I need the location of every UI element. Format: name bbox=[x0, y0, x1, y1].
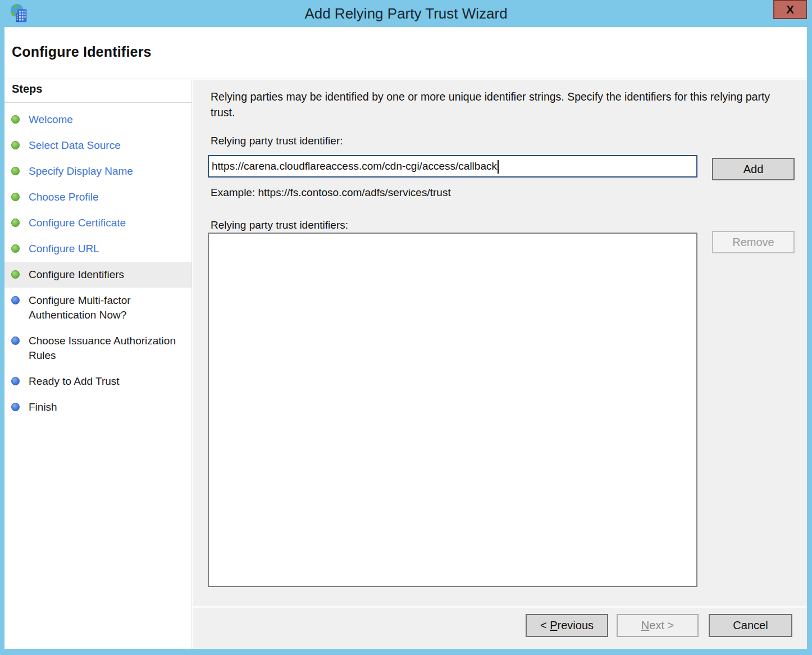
sidebar-item-welcome[interactable]: Welcome bbox=[4, 107, 191, 133]
page-title: Configure Identifiers bbox=[12, 44, 152, 60]
sidebar-item-select-data-source[interactable]: Select Data Source bbox=[4, 133, 191, 158]
add-button[interactable]: Add bbox=[712, 158, 795, 180]
text-caret bbox=[498, 160, 499, 174]
cancel-button[interactable]: Cancel bbox=[709, 614, 792, 637]
previous-button[interactable]: < Previous bbox=[526, 614, 608, 637]
step-todo-icon bbox=[11, 336, 20, 345]
step-todo-icon bbox=[11, 403, 20, 411]
sidebar-item-configure-identifiers[interactable]: Configure Identifiers bbox=[4, 262, 191, 288]
step-done-icon bbox=[11, 219, 20, 227]
step-done-icon bbox=[11, 115, 20, 124]
step-done-icon bbox=[11, 244, 20, 253]
step-current-icon bbox=[11, 270, 20, 279]
window-title: Add Relying Party Trust Wizard bbox=[0, 0, 812, 27]
steps-title: Steps bbox=[12, 83, 42, 95]
steps-divider bbox=[4, 102, 191, 103]
sidebar-item-ready-to-add-trust: Ready to Add Trust bbox=[4, 369, 191, 394]
main-panel: Relying parties may be identified by one… bbox=[193, 80, 807, 606]
wizard-content: Configure Identifiers Steps Welcome Sele… bbox=[4, 27, 807, 649]
step-todo-icon bbox=[11, 296, 20, 304]
sidebar-item-specify-display-name[interactable]: Specify Display Name bbox=[4, 158, 191, 184]
sidebar-item-finish: Finish bbox=[4, 394, 191, 420]
close-button[interactable]: X bbox=[773, 0, 807, 19]
step-done-icon bbox=[11, 167, 20, 175]
step-done-icon bbox=[11, 141, 20, 149]
sidebar-item-configure-url[interactable]: Configure URL bbox=[4, 236, 191, 262]
example-text: Example: https://fs.contoso.com/adfs/ser… bbox=[211, 187, 451, 199]
page-header: Configure Identifiers bbox=[4, 27, 807, 79]
step-done-icon bbox=[11, 193, 20, 201]
intro-text: Relying parties may be identified by one… bbox=[211, 89, 789, 120]
sidebar-item-configure-certificate[interactable]: Configure Certificate bbox=[4, 210, 191, 236]
next-button: Next > bbox=[617, 614, 699, 637]
footer-button-bar: < Previous Next > Cancel bbox=[193, 606, 807, 649]
sidebar-item-choose-profile[interactable]: Choose Profile bbox=[4, 184, 191, 210]
steps-sidebar: Steps Welcome Select Data Source Specify… bbox=[4, 80, 192, 649]
wizard-window: Add Relying Party Trust Wizard X Configu… bbox=[0, 0, 812, 655]
titlebar: Add Relying Party Trust Wizard X bbox=[0, 0, 812, 27]
sidebar-item-configure-mfa: Configure Multi-factor Authentication No… bbox=[4, 288, 191, 328]
step-todo-icon bbox=[11, 377, 20, 385]
identifier-input-value: https://carena.cloudflareaccess.com/cdn-… bbox=[212, 160, 497, 172]
identifier-label: Relying party trust identifier: bbox=[211, 135, 343, 147]
sidebar-item-choose-issuance-rules: Choose Issuance Authorization Rules bbox=[4, 328, 191, 369]
steps-list: Welcome Select Data Source Specify Displ… bbox=[4, 107, 191, 420]
identifiers-listbox[interactable] bbox=[208, 233, 697, 587]
identifiers-list-label: Relying party trust identifiers: bbox=[211, 219, 348, 231]
identifier-input[interactable]: https://carena.cloudflareaccess.com/cdn-… bbox=[208, 155, 697, 178]
remove-button: Remove bbox=[712, 231, 795, 253]
